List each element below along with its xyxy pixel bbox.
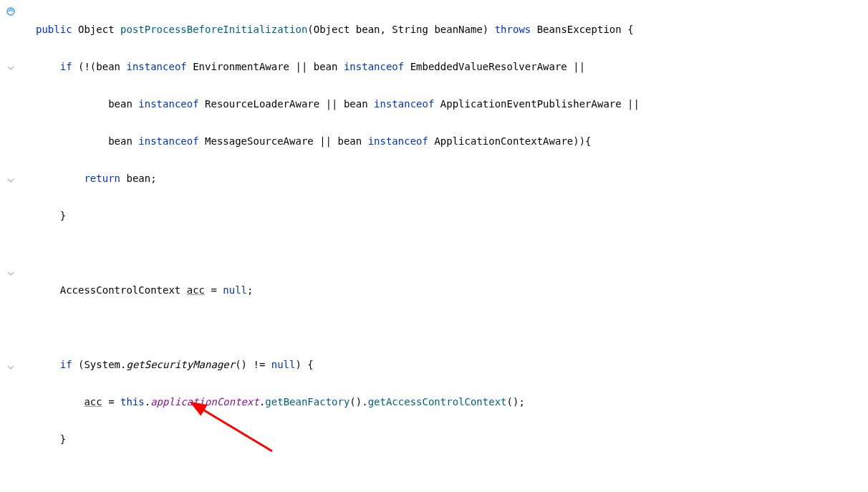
code-line[interactable]: if (!(bean instanceof EnvironmentAware |… [36, 57, 868, 76]
code-line[interactable]: bean instanceof ResourceLoaderAware || b… [36, 95, 868, 113]
code-line[interactable]: return bean; [36, 169, 868, 188]
code-line[interactable]: if (System.getSecurityManager() != null)… [36, 355, 868, 374]
code-line[interactable] [36, 318, 868, 337]
code-line[interactable]: } [36, 206, 868, 225]
code-line[interactable]: bean instanceof MessageSourceAware || be… [36, 132, 868, 150]
code-line[interactable]: AccessControlContext acc = null; [36, 281, 868, 299]
code-line[interactable] [36, 243, 868, 262]
code-editor[interactable]: public Object postProcessBeforeInitializ… [0, 0, 868, 492]
code-line[interactable] [36, 467, 868, 486]
code-line[interactable]: public Object postProcessBeforeInitializ… [36, 20, 868, 39]
code-line[interactable]: } [36, 430, 868, 448]
code-line[interactable]: acc = this.applicationContext.getBeanFac… [36, 392, 868, 411]
